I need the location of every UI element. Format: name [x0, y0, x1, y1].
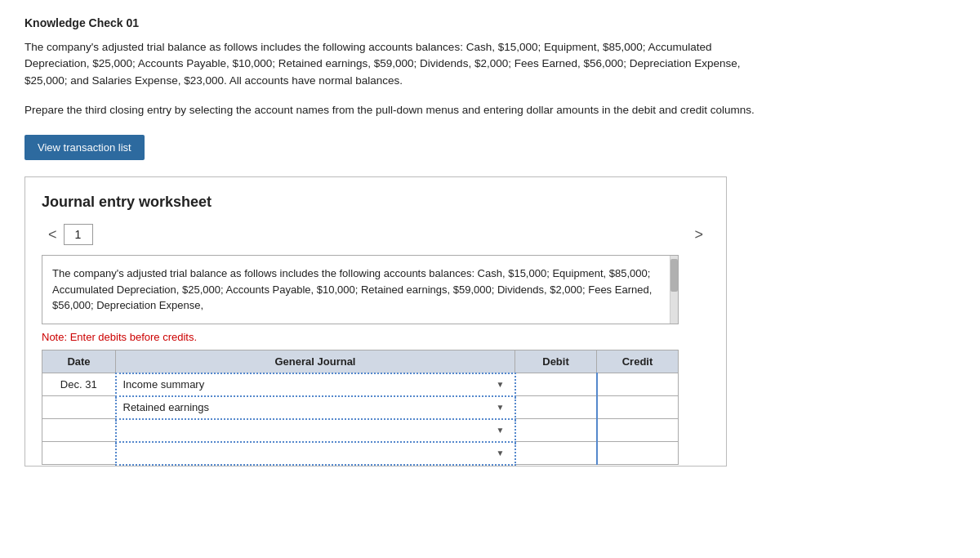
description-box: The company's adjusted trial balance as …	[42, 255, 679, 324]
page-title: Knowledge Check 01	[24, 16, 956, 29]
gj-cell[interactable]: Retained earnings ▼	[116, 396, 515, 419]
credit-cell[interactable]	[597, 373, 679, 396]
table-row empty-row: ▼	[42, 442, 679, 465]
account-name: Retained earnings	[123, 401, 210, 413]
gj-cell[interactable]: Income summary ▼	[116, 373, 515, 396]
date-cell	[42, 442, 116, 465]
prev-arrow[interactable]: <	[42, 225, 64, 245]
description-box-text: The company's adjusted trial balance as …	[52, 267, 652, 311]
debit-cell[interactable]	[515, 373, 597, 396]
debit-cell[interactable]	[515, 419, 597, 442]
table-row empty-row: ▼	[42, 419, 679, 442]
header-general-journal: General Journal	[116, 350, 515, 373]
page-number-box: 1	[64, 224, 93, 245]
account-name: Income summary	[123, 378, 205, 391]
debit-cell[interactable]	[515, 396, 597, 419]
next-arrow[interactable]: >	[688, 225, 710, 245]
instruction-text: Prepare the third closing entry by selec…	[24, 102, 760, 118]
description-text: The company's adjusted trial balance as …	[24, 39, 760, 89]
header-credit: Credit	[597, 350, 679, 373]
gj-cell[interactable]: ▼	[116, 419, 515, 442]
date-cell	[42, 419, 116, 442]
header-debit: Debit	[515, 350, 597, 373]
view-transaction-btn[interactable]: View transaction list	[24, 135, 145, 160]
table-row: Retained earnings ▼	[42, 396, 679, 419]
worksheet-title: Journal entry worksheet	[42, 194, 710, 211]
worksheet-container: Journal entry worksheet < 1 > The compan…	[24, 176, 727, 466]
dropdown-arrow-icon[interactable]: ▼	[497, 380, 505, 389]
credit-cell[interactable]	[597, 396, 679, 419]
dropdown-arrow-icon[interactable]: ▼	[497, 403, 505, 412]
gj-cell[interactable]: ▼	[116, 442, 515, 465]
dropdown-arrow-icon[interactable]: ▼	[497, 426, 505, 435]
nav-row: < 1 >	[42, 224, 710, 245]
header-date: Date	[42, 350, 116, 373]
note-text: Note: Enter debits before credits.	[42, 331, 710, 343]
debit-cell[interactable]	[515, 442, 597, 465]
date-cell	[42, 396, 116, 419]
dropdown-arrow-icon[interactable]: ▼	[497, 449, 505, 458]
credit-cell[interactable]	[597, 419, 679, 442]
credit-cell[interactable]	[597, 442, 679, 465]
journal-table: Date General Journal Debit Credit Dec. 3…	[42, 350, 679, 466]
table-row: Dec. 31 Income summary ▼	[42, 373, 679, 396]
date-cell: Dec. 31	[42, 373, 116, 396]
